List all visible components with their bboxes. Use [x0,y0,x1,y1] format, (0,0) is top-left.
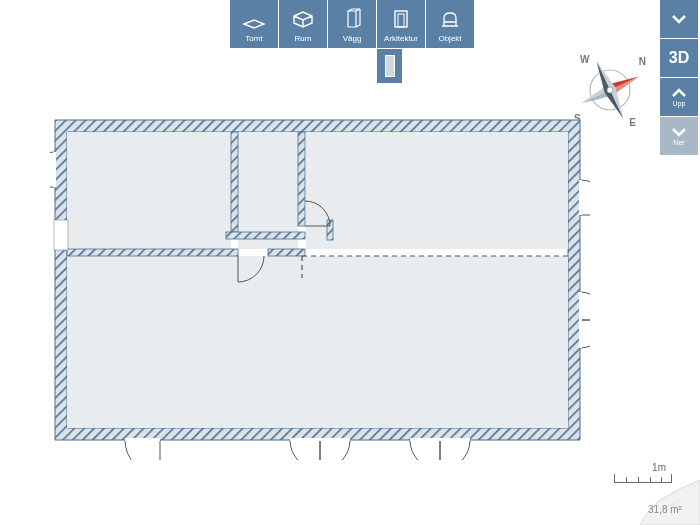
wall-h1 [67,249,238,256]
floor-up-button[interactable]: Upp [660,78,698,116]
rum-label: Rum [295,34,312,43]
top-toolbar: Tomt Rum Vägg Arkitektur Objekt [230,0,474,48]
wall-icon [337,6,367,32]
rum-button[interactable]: Rum [279,0,327,48]
view-3d-button[interactable]: 3D [660,39,698,77]
wall-v2 [298,132,305,226]
vagg-label: Vägg [343,34,362,43]
floor-down-label: Ner [673,139,684,146]
floorplan-canvas[interactable] [50,115,590,460]
chevron-down-icon [670,10,688,28]
svg-rect-18 [290,438,350,441]
svg-rect-16 [579,292,582,348]
scale-label: 1m [652,462,666,473]
compass-w: W [580,54,589,65]
object-icon [435,6,465,32]
area-value: 31,8 m² [648,504,682,515]
svg-rect-0 [395,11,407,27]
wall-h2 [226,232,305,239]
chevron-up-icon [671,87,687,99]
svg-rect-17 [125,438,160,441]
floor-down-button: Ner [660,117,698,155]
room-bottom [67,256,568,428]
architecture-icon [386,6,416,32]
svg-rect-14 [53,152,56,187]
tomt-button[interactable]: Tomt [230,0,278,48]
svg-rect-19 [410,438,470,441]
compass-e: E [629,117,636,128]
wall-v1 [231,132,238,232]
room-top-right [306,132,568,249]
window-left [54,220,68,250]
view-3d-label: 3D [669,49,689,67]
svg-point-11 [607,87,613,93]
room-icon [288,6,318,32]
lot-icon [239,6,269,32]
chevron-down-icon [671,126,687,138]
sub-toolbar [377,49,402,83]
area-display: 31,8 m² [630,493,700,525]
arkitektur-label: Arkitektur [384,34,418,43]
room-top-mid [238,132,298,249]
wall-h3 [268,249,305,256]
compass-n: N [639,56,646,67]
objekt-label: Objekt [438,34,461,43]
floor-up-label: Upp [673,100,686,107]
door-tool-button[interactable] [377,49,402,83]
tomt-label: Tomt [245,34,262,43]
vagg-button[interactable]: Vägg [328,0,376,48]
view-sidebar: 3D Upp Ner [660,0,698,155]
objekt-button[interactable]: Objekt [426,0,474,48]
floor-selector-button[interactable] [660,0,698,38]
svg-rect-15 [579,180,582,215]
room-top-left [67,132,231,249]
single-door-icon [385,55,395,77]
arkitektur-button[interactable]: Arkitektur [377,0,425,48]
svg-rect-1 [398,14,404,27]
